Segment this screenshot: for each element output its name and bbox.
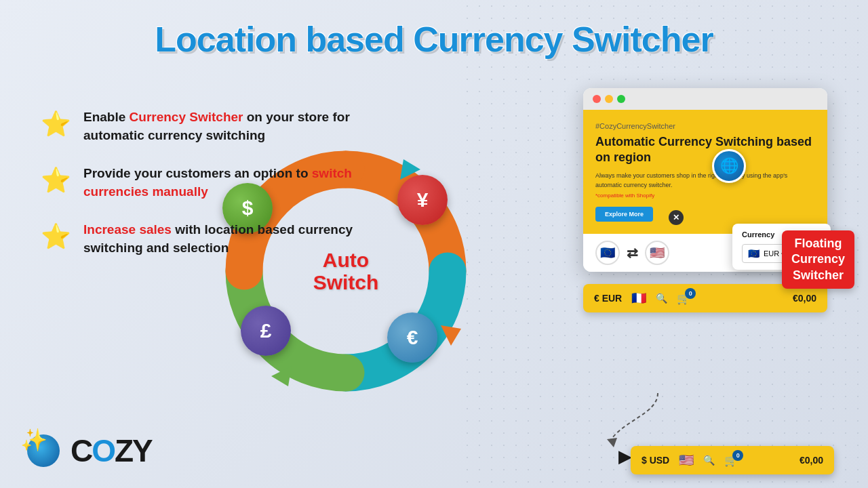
us-flag-bar: 🇺🇸 [679, 453, 694, 468]
cart-badge-usd: 🛒 0 [724, 454, 738, 467]
browser-dot-yellow [605, 95, 613, 103]
cart-count-usd: 0 [732, 450, 743, 461]
feature-highlight-3: Increase sales [83, 222, 172, 237]
browser-titlebar [583, 88, 827, 110]
feature-item-2: ⭐ Provide your customers an option to sw… [41, 165, 380, 201]
search-icon-eur: 🔍 [656, 293, 667, 304]
browser-body: Always make your customers shop in the r… [595, 171, 815, 190]
feature-highlight-1: Currency Switcher [130, 110, 243, 124]
usd-price: €0,00 [800, 455, 823, 466]
explore-button[interactable]: Explore More [595, 207, 653, 222]
feature-list: ⭐ Enable Currency Switcher on your store… [41, 108, 380, 278]
pound-coin: £ [241, 306, 291, 356]
us-flag: 🇺🇸 [645, 241, 669, 265]
cart-count-eur: 0 [685, 288, 696, 299]
eur-price: €0,00 [793, 293, 816, 304]
logo-star: ✨ [20, 427, 47, 453]
star-icon-3: ⭐ [41, 222, 71, 251]
feature-text-3: Increase sales with location based curre… [83, 221, 380, 257]
france-flag: 🇫🇷 [631, 291, 646, 306]
browser-dot-red [593, 95, 601, 103]
browser-heading: Automatic Currency Switching based on re… [595, 134, 815, 165]
floating-label: Floating Currency Switcher [782, 230, 854, 289]
eur-label: € EUR [594, 293, 622, 304]
browser-dot-green [617, 95, 625, 103]
search-icon-usd: 🔍 [703, 455, 715, 466]
usd-currency-bar: $ USD 🇺🇸 🔍 🛒 0 €0,00 [631, 446, 834, 474]
logo-o1: O [92, 433, 115, 468]
cozy-logo: ✨ COZY [20, 427, 152, 474]
globe-icon: 🌐 [712, 149, 746, 183]
logo-text: COZY [71, 432, 152, 469]
eu-flag: 🇪🇺 [595, 241, 620, 265]
feature-item-3: ⭐ Increase sales with location based cur… [41, 221, 380, 257]
exchange-arrows: ⇄ [627, 245, 638, 261]
svg-marker-5 [607, 438, 617, 447]
compatible-text: *compatible with Shopify [595, 192, 815, 199]
popup-flag: 🇪🇺 [748, 248, 760, 259]
cart-badge-eur: 🛒 0 [677, 292, 690, 305]
hashtag-label: #CozyCurrencySwitcher [595, 122, 815, 130]
feature-highlight-2: switch currencies manually [83, 166, 352, 199]
close-button[interactable]: ✕ [669, 210, 684, 225]
feature-item-1: ⭐ Enable Currency Switcher on your store… [41, 108, 380, 144]
usd-label: $ USD [642, 455, 669, 466]
feature-text-2: Provide your customers an option to swit… [83, 165, 380, 201]
right-arrow-icon: ▶ [618, 447, 631, 466]
yen-coin: ¥ [397, 175, 448, 225]
page-title: Location based Currency Switcher [0, 19, 868, 60]
star-icon-2: ⭐ [41, 166, 71, 195]
feature-text-1: Enable Currency Switcher on your store f… [83, 108, 380, 144]
star-icon-1: ⭐ [41, 110, 71, 138]
browser-content: #CozyCurrencySwitcher Automatic Currency… [583, 110, 827, 234]
euro-coin: € [387, 312, 437, 363]
logo-icon-area: ✨ [20, 427, 68, 474]
